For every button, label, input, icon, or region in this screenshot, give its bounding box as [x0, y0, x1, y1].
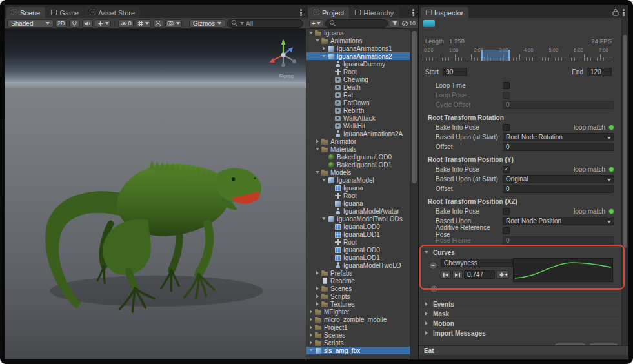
- tree-item-micro-zombie-mobile[interactable]: micro_zombie_mobile: [306, 316, 410, 323]
- remove-curve-button[interactable]: −: [429, 261, 437, 270]
- shading-mode-dropdown[interactable]: Shaded: [7, 19, 54, 28]
- foldout-import-messages[interactable]: Import Messages: [419, 328, 621, 338]
- camera-view-dropdown[interactable]: [165, 19, 182, 28]
- tree-item-iguanamodeltwolods[interactable]: IguanaModelTwoLODs: [306, 215, 410, 223]
- tree-item-death[interactable]: Death: [306, 83, 410, 91]
- inspector-panel-menu-icon[interactable]: [623, 8, 625, 16]
- tree-item-root[interactable]: Root: [306, 68, 410, 76]
- tree-item-iguana[interactable]: Iguana: [306, 29, 410, 37]
- expander-open-icon[interactable]: [321, 179, 327, 181]
- tree-item-scenes[interactable]: Scenes: [306, 285, 410, 292]
- tree-item-walkattack[interactable]: WalkAttack: [306, 114, 410, 122]
- tree-item-animator[interactable]: Animator: [306, 137, 410, 145]
- prev-key-button[interactable]: [441, 270, 451, 279]
- inspector-scrollbar[interactable]: [621, 18, 628, 345]
- tab-asset-store[interactable]: Asset Store: [85, 7, 140, 18]
- expander-open-icon[interactable]: [314, 39, 321, 42]
- expander-open-icon[interactable]: [321, 217, 327, 220]
- tree-item-iguanalod1[interactable]: IguanaLOD1: [306, 230, 410, 238]
- clip-range-band[interactable]: [481, 50, 510, 61]
- tree-item-iguanalod0[interactable]: IguanaLOD0: [306, 246, 410, 254]
- project-scrollbar[interactable]: [410, 29, 418, 359]
- expander-open-icon[interactable]: [314, 171, 321, 174]
- value-field[interactable]: 0: [503, 185, 614, 193]
- expander-open-icon[interactable]: [308, 349, 314, 352]
- expander-closed-icon[interactable]: [308, 310, 314, 314]
- start-field[interactable]: 90: [443, 68, 467, 76]
- scene-panel-menu-icon[interactable]: [300, 8, 302, 16]
- lock-icon[interactable]: [612, 8, 619, 16]
- tree-item-iguanamodel[interactable]: IguanaModel: [306, 176, 410, 184]
- tree-item-prefabs[interactable]: Prefabs: [306, 269, 410, 277]
- tree-item-project1[interactable]: Project1: [306, 323, 410, 331]
- tab-inspector[interactable]: Inspector: [421, 7, 468, 18]
- tree-item-root[interactable]: Root: [306, 238, 410, 246]
- foldout-motion[interactable]: Motion: [419, 318, 621, 328]
- checkbox-unchecked[interactable]: [503, 227, 510, 234]
- curve-preview[interactable]: [513, 258, 613, 282]
- cut-tool-button[interactable]: [153, 19, 163, 28]
- tree-item-eatdown[interactable]: EatDown: [306, 99, 410, 106]
- tree-item-rebirth[interactable]: Rebirth: [306, 106, 410, 114]
- tab-game[interactable]: Game: [46, 7, 84, 18]
- curve-name-field[interactable]: Chewyness: [441, 259, 513, 267]
- expander-open-icon[interactable]: [308, 32, 314, 34]
- tree-item-bakediguanalod0[interactable]: BakedIguanaLOD0: [306, 153, 410, 161]
- add-key-button[interactable]: [496, 270, 509, 279]
- preview-header[interactable]: Eat: [419, 345, 628, 355]
- tree-item-iguanamodelavatar[interactable]: IguanaModelAvatar: [306, 207, 410, 215]
- tree-item-iguanaanimations2[interactable]: IguanaAnimations2: [306, 52, 410, 60]
- tree-item-scripts[interactable]: Scripts: [306, 339, 410, 347]
- tree-item-scenes[interactable]: Scenes: [306, 331, 410, 339]
- tree-item-bakediguanalod1[interactable]: BakedIguanaLOD1: [306, 161, 410, 168]
- checkbox-unchecked[interactable]: [503, 124, 510, 131]
- dropdown[interactable]: Root Node Rotation: [503, 133, 614, 141]
- expander-closed-icon[interactable]: [308, 318, 314, 321]
- create-asset-button[interactable]: +: [309, 19, 323, 28]
- projection-label[interactable]: Persp: [279, 73, 294, 79]
- expander-closed-icon[interactable]: [314, 302, 321, 306]
- tree-item-chewing[interactable]: Chewing: [306, 76, 410, 83]
- checkbox-unchecked[interactable]: [503, 82, 510, 89]
- end-field[interactable]: 120: [587, 68, 612, 76]
- expander-closed-icon[interactable]: [308, 341, 314, 345]
- expander-open-icon[interactable]: [321, 55, 327, 57]
- tree-item-scripts[interactable]: Scripts: [306, 292, 410, 300]
- tab-project[interactable]: Project: [308, 7, 349, 18]
- expander-closed-icon[interactable]: [314, 271, 321, 275]
- expander-closed-icon[interactable]: [314, 287, 321, 290]
- clip-timeline-ruler[interactable]: 0:001:002:003:004:005:006:007:00: [423, 47, 612, 61]
- tree-item-textures[interactable]: Textures: [306, 300, 410, 308]
- tree-item-iguana[interactable]: Iguana: [306, 184, 410, 192]
- project-panel-menu-icon[interactable]: [412, 8, 414, 16]
- gizmos-dropdown[interactable]: Gizmos: [189, 19, 225, 28]
- expander-open-icon[interactable]: [314, 148, 321, 150]
- tree-item-root[interactable]: Root: [306, 192, 410, 199]
- project-search-input[interactable]: [325, 19, 388, 28]
- search-by-type-button[interactable]: [390, 19, 400, 28]
- tree-item-iguanaanimations2a[interactable]: IguanaAnimations2A: [306, 130, 410, 137]
- next-key-button[interactable]: [452, 270, 463, 279]
- dropdown[interactable]: Root Node Position: [503, 217, 614, 225]
- effects-dropdown[interactable]: [95, 19, 111, 28]
- tree-item-walkhit[interactable]: WalkHit: [306, 122, 410, 130]
- tree-item-materials[interactable]: Materials: [306, 145, 410, 153]
- hidden-count-badge[interactable]: 10: [402, 20, 416, 26]
- tree-item-eat[interactable]: Eat: [306, 91, 410, 99]
- checkbox-unchecked[interactable]: [503, 208, 510, 215]
- curve-value-field[interactable]: 0.747: [464, 270, 495, 279]
- tree-item-iguanalod0[interactable]: IguanaLOD0: [306, 223, 410, 230]
- value-field[interactable]: 0: [503, 143, 614, 151]
- dropdown[interactable]: Original: [503, 175, 614, 183]
- curves-foldout[interactable]: Curves: [419, 247, 621, 257]
- tab-hierarchy[interactable]: Hierarchy: [350, 7, 399, 18]
- expander-closed-icon[interactable]: [308, 325, 314, 329]
- expander-closed-icon[interactable]: [314, 139, 321, 143]
- scene-viewport[interactable]: Persp: [5, 29, 306, 359]
- scene-visibility-toggle[interactable]: 0: [118, 19, 134, 28]
- expander-closed-icon[interactable]: [308, 333, 314, 337]
- tree-item-mfighter[interactable]: MFighter: [306, 308, 410, 316]
- tree-item-iguanadummy[interactable]: IguanaDummy: [306, 60, 410, 68]
- tree-item-iguanamodeltwolo[interactable]: IguanaModelTwoLO: [306, 261, 410, 269]
- tree-item-readme[interactable]: Readme: [306, 277, 410, 285]
